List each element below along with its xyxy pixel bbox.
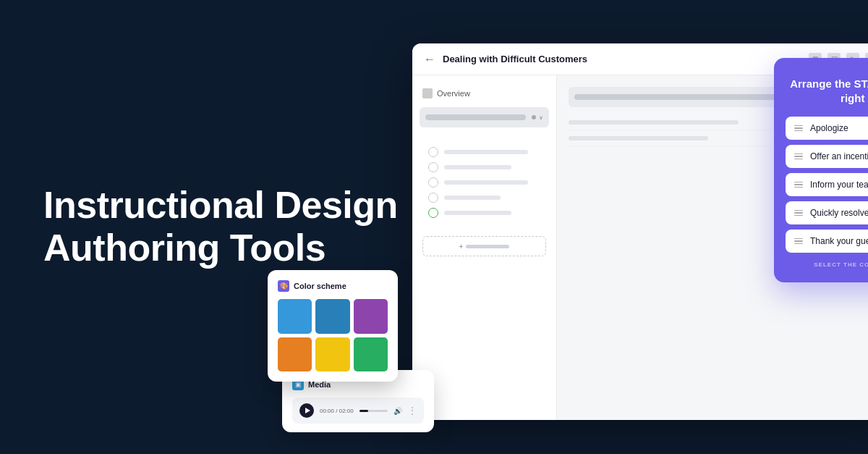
row-bar [569,136,708,140]
back-button[interactable]: ← [424,53,435,66]
color-swatch-purple[interactable] [354,299,388,333]
row-bar [444,180,528,185]
quiz-option-2[interactable]: Offer an incentive [786,145,868,168]
row-circle [428,193,438,203]
hero-title: Instructional Design Authoring Tools [43,184,398,271]
sidebar-label: Overview [437,89,470,98]
sidebar-row-5 [428,208,540,218]
progress-bar[interactable] [359,410,388,412]
handle-line [794,127,803,129]
browser-window: ← Dealing with Difficult Customers ⊞ ▤ 🗂… [412,43,868,420]
handle-line [794,156,803,157]
handle-line [794,154,803,155]
quiz-title: Arrange the STAR steps in the right orde… [786,77,868,105]
play-icon [305,408,310,413]
drag-handle [794,210,803,217]
add-item-button[interactable]: + [422,236,546,256]
color-card-title: Color scheme [294,282,346,290]
check-circle [428,208,438,218]
row-bar [444,196,501,200]
sidebar-controls: ∨ [532,114,543,121]
sidebar-progress [425,114,526,120]
sidebar-topbar: ∨ [420,107,549,127]
browser-title: Dealing with Difficult Customers [443,54,801,64]
drag-handle [794,154,803,160]
drag-handle [794,238,803,245]
sidebar-section [420,135,549,230]
row-bar [444,211,511,215]
media-menu-icon[interactable]: ⋮ [408,405,417,416]
drag-handle [794,182,803,188]
quiz-option-1[interactable]: Apologize [786,117,868,140]
handle-line [794,238,803,240]
option-label: Offer an incentive [810,151,868,161]
add-label [466,245,509,248]
handle-line [794,210,803,211]
handle-line [794,187,803,188]
expand-icon[interactable]: ∨ [539,114,543,121]
quiz-option-4[interactable]: Quickly resolve issue [786,201,868,224]
sidebar-row-2 [428,162,540,172]
handle-line [794,240,803,242]
plus-icon: + [459,243,464,251]
quiz-option-5[interactable]: Thank your guest [786,230,868,253]
color-swatch-orange[interactable] [278,337,312,371]
handle-line [794,212,803,214]
row-bar [444,165,511,169]
option-label: Apologize [810,123,848,133]
color-swatch-blue[interactable] [278,299,312,333]
play-button[interactable] [299,403,314,418]
volume-icon[interactable]: 🔊 [393,407,402,415]
color-swatch-green[interactable] [354,337,388,371]
sidebar-icon [422,88,433,98]
sidebar-row-1 [428,147,540,157]
handle-line [794,182,803,183]
option-label: Thank your guest [810,236,868,246]
hero-section: Instructional Design Authoring Tools [43,184,398,271]
sidebar: Overview ∨ [412,75,557,420]
media-player: 00:00 / 02:00 🔊 ⋮ [292,398,424,424]
row-circle [428,177,438,188]
color-card: 🎨 Color scheme [268,270,398,382]
color-grid [278,299,388,371]
sidebar-row-4 [428,193,540,203]
handle-line [794,184,803,185]
palette-icon: 🎨 [278,280,289,292]
row-bar [444,150,528,154]
option-label: Inform your team [810,180,868,190]
quiz-footer: SELECT THE CORRECT OPTION [786,261,868,268]
sidebar-header: Overview [412,84,556,107]
option-label: Quickly resolve issue [810,208,868,218]
color-swatch-darkblue[interactable] [315,299,349,333]
quiz-option-3[interactable]: Inform your team [786,173,868,196]
dot1 [532,115,536,119]
time-display: 00:00 / 02:00 [320,408,354,414]
row-bar [569,120,739,125]
quiz-card: 4/16 ⋮ Arrange the STAR steps in the rig… [774,58,868,282]
color-card-header: 🎨 Color scheme [278,280,388,292]
drag-handle [794,125,803,132]
sidebar-row-3 [428,177,540,188]
row-circle [428,147,438,157]
handle-line [794,130,803,132]
progress-fill [359,410,368,412]
handle-line [794,243,803,245]
row-circle [428,162,438,172]
handle-line [794,215,803,217]
color-swatch-yellow[interactable] [315,337,349,371]
handle-line [794,125,803,127]
handle-line [794,159,803,160]
